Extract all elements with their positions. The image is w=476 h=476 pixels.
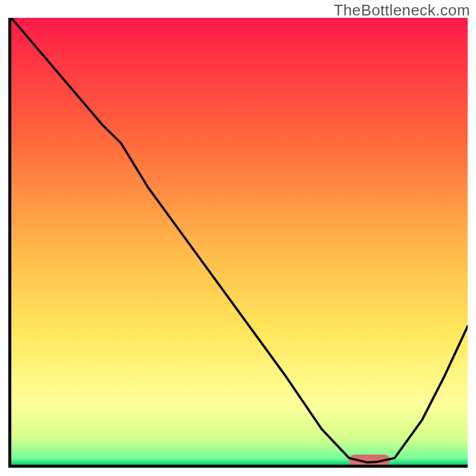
watermark-text: TheBottleneck.com [334, 1, 470, 20]
axes-frame [8, 18, 468, 468]
chart-stage: TheBottleneck.com [0, 0, 476, 476]
